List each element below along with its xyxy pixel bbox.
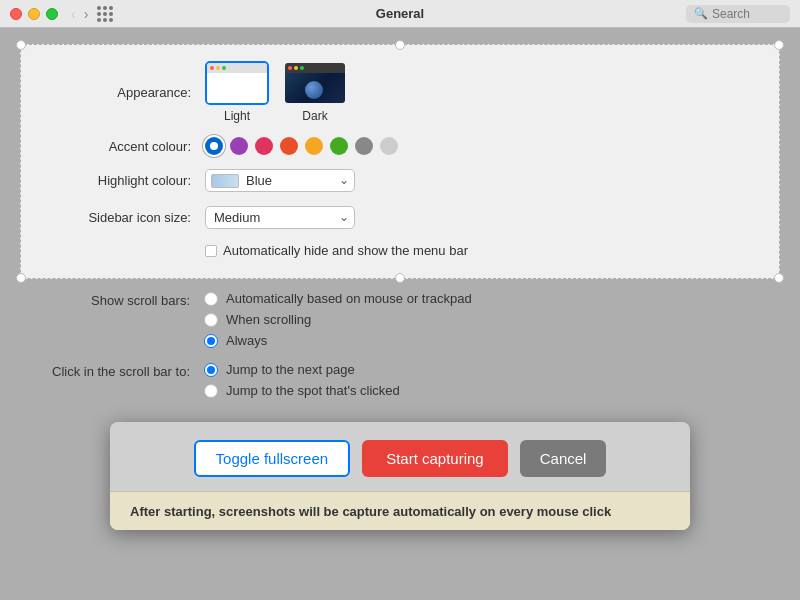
jump-next-page-option[interactable]: Jump to the next page [204, 362, 400, 377]
main-content: Appearance: Light [0, 28, 800, 600]
scroll-always-label: Always [226, 333, 267, 348]
search-bar[interactable]: 🔍 [686, 5, 790, 23]
highlight-colour-row: Highlight colour: Blue Gold Pink Red Ora… [45, 169, 755, 192]
light-thumb[interactable] [205, 61, 269, 105]
sidebar-icon-size-row: Sidebar icon size: Small Medium Large [45, 206, 755, 229]
scroll-section: Show scroll bars: Automatically based on… [20, 279, 780, 410]
menu-bar-checkbox[interactable] [205, 245, 217, 257]
click-scroll-bar-row: Click in the scroll bar to: Jump to the … [44, 362, 756, 398]
scroll-always-option[interactable]: Always [204, 333, 472, 348]
dark-thumb[interactable] [283, 61, 347, 105]
accent-silver[interactable] [380, 137, 398, 155]
sidebar-icon-size-label: Sidebar icon size: [45, 210, 205, 225]
search-input[interactable] [712, 7, 782, 21]
jump-spot-label: Jump to the spot that's clicked [226, 383, 400, 398]
theme-options: Light Dark [205, 61, 347, 123]
handle-bm[interactable] [395, 273, 405, 283]
show-scroll-bars-row: Show scroll bars: Automatically based on… [44, 291, 756, 348]
nav-buttons: ‹ › [68, 6, 91, 22]
scroll-auto-option[interactable]: Automatically based on mouse or trackpad [204, 291, 472, 306]
sidebar-icon-size-wrapper: Small Medium Large [205, 206, 355, 229]
scroll-when-option[interactable]: When scrolling [204, 312, 472, 327]
overlay-panel: Toggle fullscreen Start capturing Cancel… [110, 422, 690, 530]
accent-graphite[interactable] [355, 137, 373, 155]
cancel-button[interactable]: Cancel [520, 440, 607, 477]
click-scroll-bar-label: Click in the scroll bar to: [44, 362, 204, 379]
handle-bl[interactable] [16, 273, 26, 283]
search-icon: 🔍 [694, 7, 708, 20]
menu-bar-label: Automatically hide and show the menu bar [223, 243, 468, 258]
accent-colour-options [205, 137, 398, 155]
handle-tl[interactable] [16, 40, 26, 50]
dark-label: Dark [302, 109, 327, 123]
traffic-lights [10, 8, 58, 20]
click-scroll-options: Jump to the next page Jump to the spot t… [204, 362, 400, 398]
light-label: Light [224, 109, 250, 123]
forward-button[interactable]: › [81, 6, 92, 22]
appearance-panel: Appearance: Light [20, 44, 780, 279]
accent-purple[interactable] [230, 137, 248, 155]
scroll-auto-radio[interactable] [204, 292, 218, 306]
handle-tm[interactable] [395, 40, 405, 50]
accent-colour-label: Accent colour: [45, 139, 205, 154]
maximize-button[interactable] [46, 8, 58, 20]
back-button[interactable]: ‹ [68, 6, 79, 22]
scroll-always-radio[interactable] [204, 334, 218, 348]
menu-bar-checkbox-row: Automatically hide and show the menu bar [205, 243, 755, 258]
accent-orange[interactable] [305, 137, 323, 155]
appearance-row: Appearance: Light [45, 61, 755, 123]
theme-light[interactable]: Light [205, 61, 269, 123]
handle-br[interactable] [774, 273, 784, 283]
overlay-info-text: After starting, screenshots will be capt… [130, 504, 611, 519]
scroll-auto-label: Automatically based on mouse or trackpad [226, 291, 472, 306]
window-title: General [376, 6, 424, 21]
title-bar: ‹ › General 🔍 [0, 0, 800, 28]
overlay-info: After starting, screenshots will be capt… [110, 491, 690, 530]
overlay-buttons: Toggle fullscreen Start capturing Cancel [130, 440, 670, 477]
accent-pink[interactable] [255, 137, 273, 155]
jump-next-page-radio[interactable] [204, 363, 218, 377]
close-button[interactable] [10, 8, 22, 20]
theme-dark[interactable]: Dark [283, 61, 347, 123]
accent-red[interactable] [280, 137, 298, 155]
sidebar-icon-size-select[interactable]: Small Medium Large [205, 206, 355, 229]
show-scroll-bars-label: Show scroll bars: [44, 291, 204, 308]
scroll-when-label: When scrolling [226, 312, 311, 327]
highlight-select-wrapper: Blue Gold Pink Red Orange Green Graphite [205, 169, 355, 192]
accent-green[interactable] [330, 137, 348, 155]
jump-spot-option[interactable]: Jump to the spot that's clicked [204, 383, 400, 398]
accent-blue[interactable] [205, 137, 223, 155]
jump-next-page-label: Jump to the next page [226, 362, 355, 377]
appearance-label: Appearance: [45, 85, 205, 100]
minimize-button[interactable] [28, 8, 40, 20]
scroll-bars-options: Automatically based on mouse or trackpad… [204, 291, 472, 348]
accent-colour-row: Accent colour: [45, 137, 755, 155]
toggle-fullscreen-button[interactable]: Toggle fullscreen [194, 440, 351, 477]
highlight-colour-label: Highlight colour: [45, 173, 205, 188]
handle-tr[interactable] [774, 40, 784, 50]
highlight-colour-select[interactable]: Blue Gold Pink Red Orange Green Graphite [205, 169, 355, 192]
grid-icon[interactable] [97, 6, 113, 22]
jump-spot-radio[interactable] [204, 384, 218, 398]
scroll-when-radio[interactable] [204, 313, 218, 327]
start-capturing-button[interactable]: Start capturing [362, 440, 508, 477]
